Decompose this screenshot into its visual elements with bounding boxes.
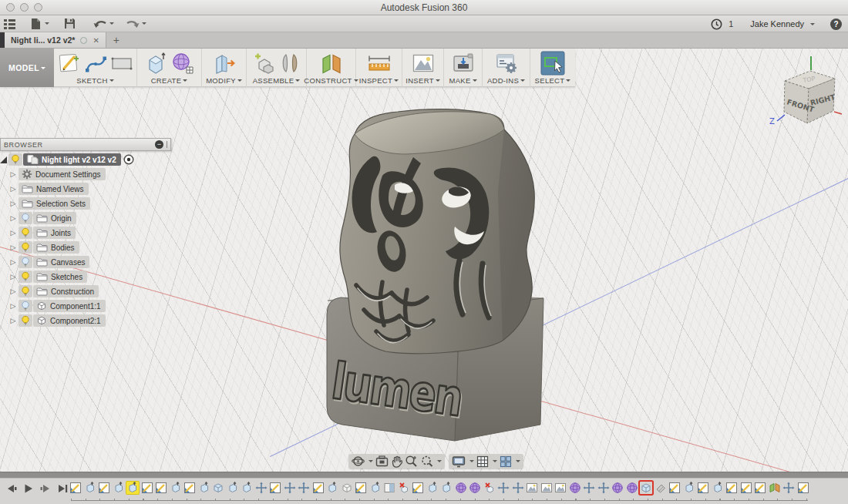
timeline-feature-plane-icon[interactable] [769,482,781,494]
timeline-feature-extrude-icon[interactable] [227,482,239,494]
timeline-feature-sketch-icon[interactable] [155,482,167,494]
insert-menu[interactable]: INSERT [405,76,439,87]
user-menu-caret-icon[interactable] [810,23,815,28]
timeline-feature-canvas-icon[interactable] [554,482,567,494]
visibility-bulb-icon[interactable] [19,270,32,283]
timeline-feature-sketch-icon[interactable] [98,482,110,494]
browser-item[interactable]: ▷Named Views [0,183,134,195]
select-menu[interactable]: SELECT [535,76,571,87]
expand-arrow-icon[interactable]: ▷ [8,200,19,207]
rectangle-tool-button[interactable] [110,55,133,72]
viewports-tool[interactable] [500,455,512,468]
timeline-feature-move-icon[interactable] [497,482,510,494]
model-owl-body[interactable] [340,109,534,354]
timeline-feature-extrude-icon[interactable] [326,482,338,494]
zoom-window-tool[interactable] [420,455,433,468]
help-button[interactable]: ? [830,18,842,30]
timeline-feature-extrude-icon[interactable] [426,482,439,494]
timeline-feature-box-icon[interactable] [212,482,224,494]
viewports-caret-icon[interactable] [516,460,520,465]
timeline-jump-end-button[interactable] [58,484,68,493]
visibility-bulb-icon[interactable] [8,153,22,166]
timeline-feature-box-plain-icon[interactable] [341,482,353,494]
insert-canvas-button[interactable] [412,52,435,74]
timeline-feature-sketch-icon[interactable] [312,482,325,494]
minimize-window-icon[interactable] [20,3,29,12]
modify-menu[interactable]: MODIFY [206,76,242,87]
document-tab[interactable]: Night li... v12 v2* ✕ [5,32,106,48]
visibility-bulb-icon[interactable] [19,285,32,297]
expand-arrow-icon[interactable]: ▷ [8,287,19,295]
timeline-feature-canvas-icon[interactable] [540,482,553,494]
redo-caret-icon[interactable] [142,22,146,27]
expand-arrow-icon[interactable]: ▷ [8,258,19,266]
timeline-feature-move-icon[interactable] [782,482,795,494]
timeline-feature-sketch-icon[interactable] [797,482,809,494]
expand-arrow-icon[interactable]: ▷ [8,302,19,310]
browser-item[interactable]: ▷Canvases [0,256,134,268]
timeline-feature-sketch-icon[interactable] [754,482,766,494]
timeline-scrollbar[interactable] [0,472,848,478]
new-component-button[interactable] [253,52,276,75]
undo-button[interactable] [93,17,108,31]
app-menu-icon[interactable] [2,17,17,31]
orbit-caret-icon[interactable] [368,460,373,465]
timeline-feature-extrude-icon[interactable] [126,482,139,494]
timeline-feature-split-icon[interactable] [383,482,395,494]
create-sketch-button[interactable] [58,52,81,75]
view-cube[interactable]: TOP FRONT RIGHT Z [766,50,843,139]
construct-plane-button[interactable] [320,52,343,75]
timeline-feature-sketch-icon[interactable] [269,482,281,494]
close-window-icon[interactable] [6,3,15,12]
redo-button[interactable] [125,17,140,31]
visibility-bulb-icon[interactable] [19,314,32,327]
look-at-tool[interactable] [375,455,389,467]
visibility-bulb-icon[interactable] [19,241,32,254]
visibility-bulb-icon[interactable] [19,212,32,224]
collapse-browser-button[interactable]: − [155,140,163,149]
browser-item[interactable]: ▷Component1:1 [0,300,134,312]
file-menu-caret-icon[interactable] [45,22,49,27]
expand-arrow-icon[interactable]: ▷ [8,214,19,222]
timeline-step-back-button[interactable] [6,484,17,493]
timeline-feature-delete-icon[interactable] [483,482,496,494]
timeline-step-forward-button[interactable] [40,484,51,493]
expand-arrow-icon[interactable]: ▷ [8,185,19,193]
construct-menu[interactable]: CONSTRUCT [304,76,358,87]
timeline-feature-extrude-icon[interactable] [712,482,724,494]
create-menu[interactable]: CREATE [151,76,188,87]
browser-panel-grip[interactable] [167,141,167,148]
timeline-feature-form-icon[interactable] [569,482,581,494]
browser-item[interactable]: ▷Sketches [0,270,134,283]
timeline-feature-move-icon[interactable] [583,482,595,494]
browser-item[interactable]: ▷Bodies [0,241,134,254]
viewport-canvas[interactable]: lumen lumen [0,49,848,472]
timeline-feature-delete-icon[interactable] [398,482,410,494]
browser-item[interactable]: ▷Component2:1 [0,314,134,327]
browser-item[interactable]: ▷Origin [0,212,134,224]
browser-panel-header[interactable]: BROWSER − [0,138,171,151]
timeline-feature-sketch-icon[interactable] [355,482,367,494]
timeline-feature-move-icon[interactable] [298,482,310,494]
zoom-window-icon[interactable] [34,3,42,12]
timeline-feature-extrude-icon[interactable] [198,482,210,494]
expand-arrow-icon[interactable]: ▷ [8,273,19,281]
grid-layout-tool[interactable] [476,455,489,468]
browser-root-item[interactable]: Night light v2 v12 v2 [0,153,134,166]
workspace-selector[interactable]: MODEL [0,49,54,87]
zoom-tool[interactable] [405,455,418,468]
grid-caret-icon[interactable] [493,460,497,465]
browser-item[interactable]: ▷Joints [0,227,134,239]
orbit-tool[interactable] [352,455,365,468]
timeline-feature-extrude-icon[interactable] [440,482,453,494]
expand-arrow-icon[interactable]: ▷ [8,170,19,178]
measure-button[interactable] [367,52,392,74]
select-tool-button[interactable] [540,51,565,76]
joint-button[interactable] [279,52,301,75]
timeline-feature-sketch-icon[interactable] [69,482,82,494]
timeline-feature-extrude-icon[interactable] [683,482,695,494]
assemble-menu[interactable]: ASSEMBLE [253,76,301,87]
timeline-feature-extrude-icon[interactable] [369,482,382,494]
display-settings-tool[interactable] [452,455,466,468]
timeline-feature-form-icon[interactable] [469,482,481,494]
